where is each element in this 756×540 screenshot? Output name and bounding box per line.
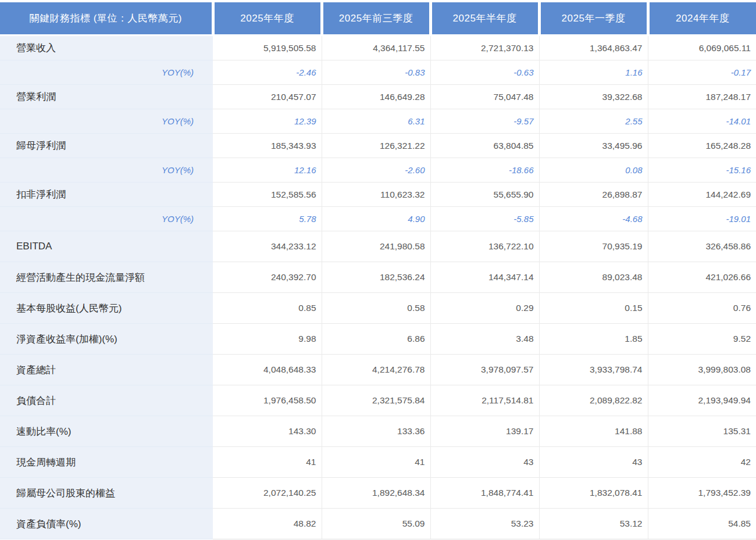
value-cell: 1,832,078.41 (539, 478, 648, 509)
yoy-value-cell: -0.83 (322, 60, 430, 85)
value-cell: 0.76 (648, 293, 756, 324)
metric-row-label: 歸屬母公司股東的權益 (0, 478, 213, 509)
value-cell: 3.48 (430, 324, 539, 355)
metric-row-label: 現金周轉週期 (0, 447, 213, 478)
value-cell: 326,458.86 (648, 231, 756, 262)
value-cell: 1.85 (539, 324, 648, 355)
value-cell: 26,898.87 (539, 183, 648, 207)
value-cell: 126,321.22 (322, 134, 430, 158)
table-body: 營業收入5,919,505.584,364,117.552,721,370.13… (0, 35, 756, 539)
metric-row-label: 營業利潤 (0, 85, 213, 109)
yoy-row-label: YOY(%) (0, 158, 213, 183)
metric-row: 負債合計1,976,458.502,321,575.842,117,514.81… (0, 385, 756, 416)
value-cell: 110,623.32 (322, 183, 430, 207)
metric-row: 淨資產收益率(加權)(%)9.986.863.481.859.52 (0, 324, 756, 355)
column-header-2024-annual: 2024年年度 (648, 1, 756, 35)
yoy-value-cell: 12.39 (213, 109, 322, 134)
value-cell: 3,933,798.74 (539, 355, 648, 385)
metric-row-label: 資產總計 (0, 355, 213, 385)
column-header-2025-half: 2025年半年度 (430, 1, 539, 35)
metric-row: 歸屬母公司股東的權益2,072,140.251,892,648.341,848,… (0, 478, 756, 509)
yoy-value-cell: 6.31 (322, 109, 430, 134)
value-cell: 6.86 (322, 324, 430, 355)
value-cell: 241,980.58 (322, 231, 430, 262)
value-cell: 41 (322, 447, 430, 478)
metric-row-label: 營業收入 (0, 35, 213, 60)
yoy-value-cell: -4.68 (539, 207, 648, 231)
value-cell: 141.88 (539, 416, 648, 447)
yoy-value-cell: -2.60 (322, 158, 430, 183)
yoy-row-label: YOY(%) (0, 109, 213, 134)
value-cell: 2,193,949.94 (648, 385, 756, 416)
financial-indicators-page: 關鍵財務指標 (單位：人民幣萬元) 2025年年度 2025年前三季度 2025… (0, 0, 756, 540)
yoy-value-cell: -15.16 (648, 158, 756, 183)
yoy-value-cell: -14.01 (648, 109, 756, 134)
value-cell: 344,233.12 (213, 231, 322, 262)
value-cell: 421,026.66 (648, 262, 756, 293)
column-header-2025-annual: 2025年年度 (213, 1, 322, 35)
value-cell: 135.31 (648, 416, 756, 447)
value-cell: 53.12 (539, 509, 648, 539)
metric-row-label: 資產負債率(%) (0, 509, 213, 539)
value-cell: 0.85 (213, 293, 322, 324)
metric-row-label: 負債合計 (0, 385, 213, 416)
yoy-value-cell: -5.85 (430, 207, 539, 231)
yoy-value-cell: 4.90 (322, 207, 430, 231)
value-cell: 136,722.10 (430, 231, 539, 262)
value-cell: 53.23 (430, 509, 539, 539)
value-cell: 1,364,863.47 (539, 35, 648, 60)
value-cell: 1,892,648.34 (322, 478, 430, 509)
value-cell: 3,978,097.57 (430, 355, 539, 385)
metric-row-label: 歸母淨利潤 (0, 134, 213, 158)
metric-row-label: EBITDA (0, 231, 213, 262)
value-cell: 0.58 (322, 293, 430, 324)
value-cell: 1,976,458.50 (213, 385, 322, 416)
yoy-value-cell: 0.08 (539, 158, 648, 183)
value-cell: 185,343.93 (213, 134, 322, 158)
metric-row: 資產總計4,048,648.334,214,276.783,978,097.57… (0, 355, 756, 385)
value-cell: 3,999,803.08 (648, 355, 756, 385)
value-cell: 43 (430, 447, 539, 478)
yoy-value-cell: -0.63 (430, 60, 539, 85)
column-header-2025-q3: 2025年前三季度 (322, 1, 430, 35)
yoy-row: YOY(%)-2.46-0.83-0.631.16-0.17 (0, 60, 756, 85)
metric-row-label: 經營活動產生的現金流量淨額 (0, 262, 213, 293)
metric-row: 經營活動產生的現金流量淨額240,392.70182,536.24144,347… (0, 262, 756, 293)
yoy-value-cell: 12.16 (213, 158, 322, 183)
value-cell: 182,536.24 (322, 262, 430, 293)
metric-row: 基本每股收益(人民幣元)0.850.580.290.150.76 (0, 293, 756, 324)
value-cell: 0.29 (430, 293, 539, 324)
value-cell: 75,047.48 (430, 85, 539, 109)
yoy-row: YOY(%)12.396.31-9.572.55-14.01 (0, 109, 756, 134)
yoy-row-label: YOY(%) (0, 60, 213, 85)
value-cell: 146,649.28 (322, 85, 430, 109)
value-cell: 48.82 (213, 509, 322, 539)
value-cell: 5,919,505.58 (213, 35, 322, 60)
value-cell: 144,347.14 (430, 262, 539, 293)
yoy-value-cell: -2.46 (213, 60, 322, 85)
yoy-row: YOY(%)12.16-2.60-18.660.08-15.16 (0, 158, 756, 183)
value-cell: 240,392.70 (213, 262, 322, 293)
metric-row-label: 基本每股收益(人民幣元) (0, 293, 213, 324)
yoy-value-cell: 2.55 (539, 109, 648, 134)
column-header-2025-q1: 2025年一季度 (539, 1, 648, 35)
value-cell: 89,023.48 (539, 262, 648, 293)
value-cell: 1,793,452.39 (648, 478, 756, 509)
value-cell: 42 (648, 447, 756, 478)
metric-row: 歸母淨利潤185,343.93126,321.2263,804.8533,495… (0, 134, 756, 158)
metric-row-label: 扣非淨利潤 (0, 183, 213, 207)
value-cell: 0.15 (539, 293, 648, 324)
yoy-value-cell: 1.16 (539, 60, 648, 85)
value-cell: 4,214,276.78 (322, 355, 430, 385)
value-cell: 55.09 (322, 509, 430, 539)
value-cell: 41 (213, 447, 322, 478)
value-cell: 2,117,514.81 (430, 385, 539, 416)
value-cell: 39,322.68 (539, 85, 648, 109)
yoy-value-cell: -19.01 (648, 207, 756, 231)
financial-indicators-table: 關鍵財務指標 (單位：人民幣萬元) 2025年年度 2025年前三季度 2025… (0, 0, 756, 539)
metric-row-label: 速動比率(%) (0, 416, 213, 447)
yoy-value-cell: 5.78 (213, 207, 322, 231)
value-cell: 2,089,822.82 (539, 385, 648, 416)
value-cell: 152,585.56 (213, 183, 322, 207)
yoy-value-cell: -18.66 (430, 158, 539, 183)
